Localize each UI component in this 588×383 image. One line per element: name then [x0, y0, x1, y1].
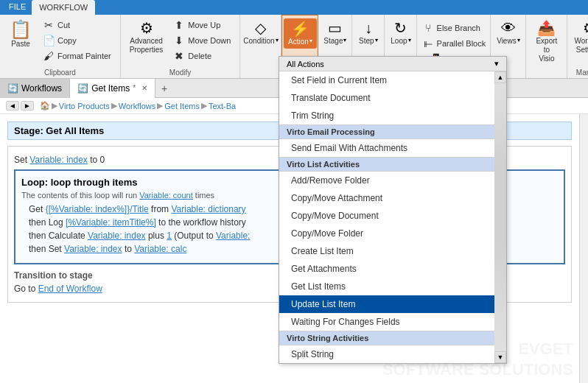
ribbon-group-condition: ◇ Condition ▾: [240, 15, 281, 78]
stage-button[interactable]: ▭ Stage ▾: [319, 18, 351, 48]
loop-action-link-3[interactable]: Variable: index: [88, 231, 146, 241]
ribbon-tabs: FILE WORKFLOW: [0, 0, 588, 15]
dropdown-item-update-list[interactable]: Update List Item: [279, 295, 494, 313]
end-of-workflow-link[interactable]: End of Workflow: [38, 284, 102, 294]
dropdown-scroll-up[interactable]: ▲: [494, 71, 506, 83]
stage-label: Stage: [323, 37, 343, 45]
parallel-block-button[interactable]: ⫦ Parallel Block: [418, 36, 491, 51]
cut-icon: ✂: [43, 19, 55, 31]
move-down-button[interactable]: ⬇ Move Down: [169, 33, 235, 48]
variable-index-link[interactable]: Variable: index: [29, 155, 88, 165]
move-up-button[interactable]: ⬆ Move Up: [169, 18, 235, 32]
condition-label: Condition: [243, 37, 274, 45]
breadcrumb-item-2[interactable]: Get Items: [164, 102, 200, 110]
all-actions-chevron: ▾: [494, 59, 499, 68]
right-panel-scrollbar[interactable]: [579, 114, 588, 383]
dropdown-item-send-email[interactable]: Send Email With Attachments: [279, 139, 494, 157]
loop-count-link[interactable]: Variable: count: [139, 191, 193, 200]
clipboard-content: 📋 Paste ✂ Cut 📄 Copy 🖌 Format Painter: [3, 16, 117, 77]
ribbon-tab-workflow[interactable]: WORKFLOW: [32, 0, 95, 15]
clipboard-group-label: Clipboard: [0, 68, 120, 77]
tab-get-items[interactable]: 🔄 Get Items * ✕: [70, 79, 155, 98]
dropdown-item-copy-move-folder[interactable]: Copy/Move Folder: [279, 225, 494, 242]
dropdown-item-trim[interactable]: Trim String: [279, 107, 494, 124]
parallel-block-label: Parallel Block: [437, 39, 486, 48]
advanced-props-label: Advanced Properties: [130, 37, 164, 55]
loop-action-link-4[interactable]: 1: [167, 231, 172, 241]
dropdown-item-translate[interactable]: Translate Document: [279, 89, 494, 107]
export-content: 📤 Export to Visio: [529, 16, 564, 77]
dropdown-items: Set Field in Current Item Translate Docu…: [279, 71, 494, 363]
action-icon: ⚡: [291, 21, 309, 36]
format-painter-button[interactable]: 🖌 Format Painter: [38, 49, 116, 63]
loop-icon: ↻: [394, 21, 407, 35]
move-up-icon: ⬆: [173, 19, 185, 31]
dropdown-item-set-field[interactable]: Set Field in Current Item: [279, 71, 494, 89]
workflow-settings-button[interactable]: ⚙ Workflow Settings: [570, 18, 588, 57]
paste-label: Paste: [11, 40, 30, 48]
all-actions-label: All Actions: [287, 60, 324, 68]
breadcrumb-item-1[interactable]: Workflows: [119, 102, 156, 110]
dropdown-item-add-remove[interactable]: Add/Remove Folder: [279, 172, 494, 189]
loop-action-link-0[interactable]: {[%Variable: index%]}/Title: [46, 204, 149, 214]
dropdown-item-get-attach[interactable]: Get Attachments: [279, 260, 494, 278]
move-up-label: Move Up: [188, 21, 220, 29]
loop-action-link-5[interactable]: Variable:: [216, 231, 250, 241]
breadcrumb-home-icon: 🏠: [40, 101, 50, 110]
modify-small-group: ⬆ Move Up ⬇ Move Down ✖ Delete: [169, 18, 235, 63]
else-branch-button[interactable]: ⑂ Else Branch: [418, 21, 491, 35]
format-painter-label: Format Painter: [57, 52, 111, 60]
breadcrumb-back-button[interactable]: ◄: [6, 101, 19, 110]
action-button[interactable]: ⚡ Action ▾: [284, 18, 317, 49]
views-chevron: ▾: [517, 37, 520, 43]
dropdown-section-string: Virto String Activities: [279, 331, 494, 345]
export-icon: 📤: [537, 21, 556, 35]
clipboard-small-group: ✂ Cut 📄 Copy 🖌 Format Painter: [38, 18, 116, 63]
copy-label: Copy: [57, 36, 77, 45]
loop-action-link-7[interactable]: Variable: calc: [134, 244, 186, 254]
stage-title: Stage: Get All Items: [14, 125, 104, 136]
breadcrumb-item-0[interactable]: Virto Products: [59, 102, 110, 110]
cut-label: Cut: [57, 21, 70, 29]
else-branch-icon: ⑂: [422, 22, 434, 34]
new-tab-button[interactable]: +: [155, 82, 173, 94]
ribbon-tab-file[interactable]: FILE: [3, 0, 32, 15]
breadcrumb-item-3[interactable]: Text-Ba: [209, 102, 236, 110]
copy-icon: 📄: [43, 35, 55, 46]
views-button[interactable]: 👁 Views ▾: [492, 18, 525, 48]
dropdown-item-waiting[interactable]: Waiting For Changes Fields: [279, 313, 494, 331]
workflow-settings-icon: ⚙: [583, 21, 588, 35]
dropdown-item-split-string[interactable]: Split String: [279, 345, 494, 363]
action-label: Action: [288, 38, 309, 46]
loop-chevron: ▾: [408, 37, 411, 43]
dropdown-section-email: Virto Email Processing: [279, 124, 494, 139]
ribbon-group-workflow-settings: ⚙ Workflow Settings Manage: [567, 15, 588, 78]
copy-button[interactable]: 📄 Copy: [38, 33, 116, 48]
tab-close-button[interactable]: ✕: [141, 84, 147, 92]
loop-button[interactable]: ↻ Loop ▾: [385, 18, 417, 48]
advanced-props-button[interactable]: ⚙ Advanced Properties: [125, 18, 168, 57]
stage-chevron: ▾: [343, 37, 346, 43]
delete-icon: ✖: [173, 50, 185, 62]
step-chevron: ▾: [375, 37, 378, 43]
delete-button[interactable]: ✖ Delete: [169, 49, 235, 63]
dropdown-item-create-list[interactable]: Create List Item: [279, 242, 494, 260]
paste-button[interactable]: 📋 Paste: [4, 18, 37, 51]
loop-action-link-6[interactable]: Variable: index: [64, 244, 122, 254]
condition-button[interactable]: ◇ Condition ▾: [239, 18, 282, 48]
export-button[interactable]: 📤 Export to Visio: [531, 18, 563, 66]
dropdown-item-copy-move-attach[interactable]: Copy/Move Attachment: [279, 189, 494, 207]
condition-chevron: ▾: [276, 37, 279, 43]
step-label: Step: [359, 37, 374, 45]
dropdown-item-get-list[interactable]: Get List Items: [279, 278, 494, 295]
breadcrumb-forward-button[interactable]: ►: [21, 101, 34, 110]
breadcrumb-sep-3: ▶: [201, 101, 207, 110]
export-label: Export to Visio: [535, 37, 559, 63]
step-button[interactable]: ↓ Step ▾: [352, 18, 385, 48]
dropdown-scroll-down[interactable]: ▼: [494, 351, 506, 363]
cut-button[interactable]: ✂ Cut: [38, 18, 116, 32]
loop-action-link-2[interactable]: [%Variable: itemTitle%]: [66, 217, 156, 228]
loop-action-link-1[interactable]: Variable: dictionary: [171, 204, 245, 214]
dropdown-item-copy-move-doc[interactable]: Copy/Move Document: [279, 207, 494, 225]
tab-workflows[interactable]: 🔄 Workflows: [0, 79, 70, 98]
